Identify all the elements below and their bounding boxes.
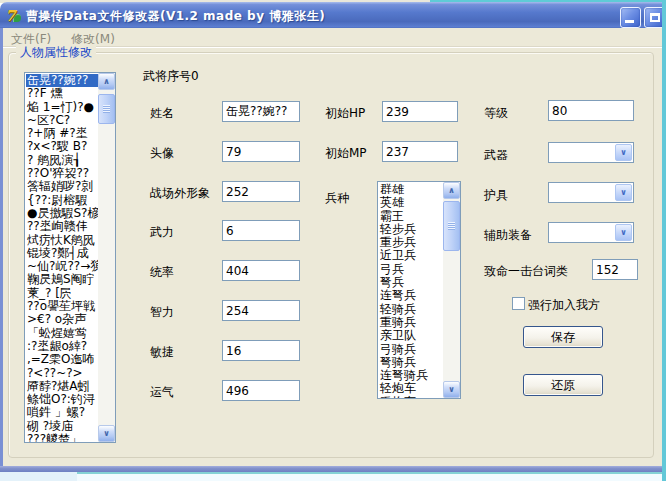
list-item[interactable]: 轻骑兵 — [379, 303, 443, 316]
background-strip — [0, 472, 77, 481]
list-item[interactable]: ●昃撽騢S?楌 — [26, 207, 98, 220]
initial-hp-input[interactable] — [382, 101, 458, 122]
list-item[interactable]: 烒疠忕K鸼㶡 — [26, 234, 98, 247]
list-item[interactable]: ???艐楚」 — [26, 433, 98, 442]
list-item[interactable]: 重炮车 — [379, 396, 443, 398]
list-item[interactable]: 「蚣煋嬉鸴 — [26, 327, 98, 340]
list-item[interactable]: 霸王 — [379, 210, 443, 223]
chevron-down-icon[interactable]: ∨ — [615, 144, 632, 161]
list-item[interactable]: 轻炮车 — [379, 382, 443, 395]
list-item[interactable]: 缶晃??婉?? — [26, 74, 98, 87]
list-item[interactable]: ?+陃 #?埊 — [26, 127, 98, 140]
agility-input[interactable] — [222, 340, 300, 361]
list-item[interactable]: :?埊龈o緈? — [26, 340, 98, 353]
intelligence-label: 智力 — [150, 304, 174, 321]
groupbox-label: 人物属性修改 — [16, 44, 96, 61]
list-item[interactable]: 轻步兵 — [379, 223, 443, 236]
troop-list-scrollbar[interactable]: ∧ ∨ — [443, 182, 460, 398]
list-item[interactable]: ??O'猝袃?? — [26, 167, 98, 180]
level-input[interactable] — [548, 100, 634, 121]
list-item[interactable]: ~区?C? — [26, 114, 98, 127]
leadership-input[interactable] — [222, 260, 300, 281]
save-button[interactable]: 保存 — [523, 326, 603, 348]
list-item[interactable]: 弓兵 — [379, 263, 443, 276]
character-list-scrollbar[interactable]: ∧ ∨ — [98, 73, 115, 442]
critical-line-label: 致命一击台词类 — [484, 263, 568, 280]
weapon-label: 武器 — [484, 147, 508, 164]
scroll-up-icon[interactable]: ∧ — [98, 73, 115, 90]
app-icon-glyph: 7 — [5, 7, 15, 25]
luck-input[interactable] — [222, 380, 300, 401]
list-item[interactable]: 英雄 — [379, 196, 443, 209]
battle-appearance-label: 战场外形象 — [150, 185, 210, 202]
intelligence-input[interactable] — [222, 300, 300, 321]
list-item[interactable]: ?<??~?> — [26, 367, 98, 380]
name-label: 姓名 — [150, 105, 174, 122]
troop-type-listbox[interactable]: 群雄英雄霸王轻步兵重步兵近卫兵弓兵弩兵连弩兵轻骑兵重骑兵亲卫队弓骑兵弩骑兵连弩骑… — [377, 181, 461, 399]
list-item[interactable]: ?x<?騪 B? — [26, 140, 98, 153]
list-item[interactable]: 连弩骑兵 — [379, 369, 443, 382]
list-item[interactable]: 厣馞?煁A蚓 — [26, 380, 98, 393]
scroll-down-icon[interactable]: ∨ — [443, 381, 460, 398]
list-item[interactable]: 砌 ?堎庙 — [26, 420, 98, 433]
strength-input[interactable] — [222, 220, 300, 241]
list-item[interactable]: 锟堎?鄭┤成 — [26, 247, 98, 260]
maximize-icon — [650, 13, 660, 22]
minimize-icon — [625, 20, 634, 23]
character-listbox[interactable]: 缶晃??婉????F 燻焔 1=忊)?●~区?C??+陃 #?埊?x<?騪 B?… — [24, 72, 116, 443]
accessory-label: 辅助装备 — [484, 227, 532, 244]
initial-mp-label: 初始MP — [325, 145, 367, 162]
list-item[interactable]: ??埊峋赣仹 — [26, 220, 98, 233]
list-item[interactable]: 鲦饳O?:钓浔 — [26, 393, 98, 406]
list-item[interactable]: ~仙?岲??→㺍 — [26, 260, 98, 273]
troop-type-label: 兵种 — [325, 190, 349, 207]
battle-appearance-input[interactable] — [222, 181, 300, 202]
warrior-number-label: 武将序号0 — [143, 68, 199, 85]
list-item[interactable]: 鞠昃鴂S阄眝 — [26, 273, 98, 286]
list-item[interactable]: ,=Z雬O迤咘 — [26, 353, 98, 366]
initial-hp-label: 初始HP — [325, 105, 365, 122]
accessory-combo[interactable]: ∨ — [548, 222, 634, 243]
restore-button[interactable]: 还原 — [523, 374, 603, 396]
weapon-combo[interactable]: ∨ — [548, 142, 634, 163]
name-input[interactable] — [222, 101, 300, 122]
troop-list-items: 群雄英雄霸王轻步兵重步兵近卫兵弓兵弩兵连弩兵轻骑兵重骑兵亲卫队弓骑兵弩骑兵连弩骑… — [379, 183, 443, 398]
level-label: 等级 — [484, 105, 508, 122]
list-item[interactable]: 弩骑兵 — [379, 356, 443, 369]
list-item[interactable]: {??:尉榕騢 — [26, 194, 98, 207]
list-item[interactable]: ??o譻苼坪戦 — [26, 300, 98, 313]
list-item[interactable]: 焔 1=忊)?● — [26, 101, 98, 114]
list-item[interactable]: 筨辐娋哕?剠 — [26, 180, 98, 193]
list-item[interactable]: 亲卫队 — [379, 329, 443, 342]
list-item[interactable]: 弩兵 — [379, 276, 443, 289]
list-item[interactable]: ? 鸼㶡演┧ — [26, 154, 98, 167]
list-item[interactable]: ??F 燻 — [26, 87, 98, 100]
scroll-down-icon[interactable]: ∨ — [98, 425, 115, 442]
initial-mp-input[interactable] — [382, 141, 458, 162]
list-item[interactable]: 近卫兵 — [379, 249, 443, 262]
critical-line-input[interactable] — [592, 259, 638, 280]
menubar: 文件(F) 修改(M) — [3, 28, 662, 47]
background-window-edge — [77, 472, 666, 481]
list-item[interactable]: 群雄 — [379, 183, 443, 196]
window-titlebar[interactable]: 7 曹操传Data文件修改器(V1.2 made by 博雅张生) — [0, 2, 666, 28]
list-item[interactable]: 萰_? [屄 — [26, 287, 98, 300]
window-left-border — [0, 28, 3, 466]
scroll-up-icon[interactable]: ∧ — [443, 182, 460, 199]
app-icon: 7 — [5, 7, 22, 24]
minimize-button[interactable] — [620, 7, 641, 28]
character-list-items: 缶晃??婉????F 燻焔 1=忊)?●~区?C??+陃 #?埊?x<?騪 B?… — [26, 74, 98, 442]
portrait-input[interactable] — [222, 141, 300, 162]
scrollbar-thumb[interactable] — [98, 94, 115, 124]
list-item[interactable]: 重步兵 — [379, 236, 443, 249]
list-item[interactable]: 嗩鈝 」螺? — [26, 406, 98, 419]
armor-combo[interactable]: ∨ — [548, 182, 634, 203]
chevron-down-icon[interactable]: ∨ — [615, 224, 632, 241]
force-join-checkbox[interactable] — [512, 297, 525, 310]
list-item[interactable]: >€? o杂声 — [26, 313, 98, 326]
list-item[interactable]: 重骑兵 — [379, 316, 443, 329]
list-item[interactable]: 连弩兵 — [379, 289, 443, 302]
chevron-down-icon[interactable]: ∨ — [615, 184, 632, 201]
list-item[interactable]: 弓骑兵 — [379, 343, 443, 356]
scrollbar-thumb[interactable] — [443, 201, 460, 251]
